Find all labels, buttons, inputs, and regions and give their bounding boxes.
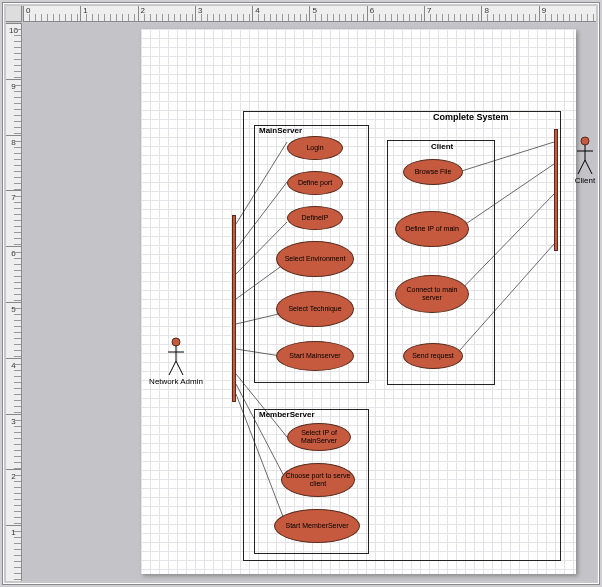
usecase-connect-main[interactable]: Connect to main server bbox=[395, 275, 469, 313]
ruler-v-unit: 5 bbox=[6, 302, 21, 358]
actor-client[interactable]: Client bbox=[560, 136, 602, 185]
usecase-browse-file[interactable]: Browse File bbox=[403, 159, 463, 185]
actor-icon bbox=[164, 337, 188, 377]
ruler-corner bbox=[6, 6, 22, 22]
association-bar-admin[interactable] bbox=[232, 215, 236, 402]
ruler-v-unit: 6 bbox=[6, 246, 21, 302]
usecase-select-tech[interactable]: Select Technique bbox=[276, 291, 354, 327]
usecase-start-main[interactable]: Start Mainserver bbox=[276, 341, 354, 371]
package-client-label: Client bbox=[431, 142, 453, 151]
actor-icon bbox=[573, 136, 597, 176]
app-frame: 0 1 2 3 4 5 6 7 8 9 10 9 8 7 6 5 4 3 2 1 bbox=[2, 2, 600, 585]
ruler-v-unit: 9 bbox=[6, 79, 21, 135]
ruler-h-unit: 8 bbox=[481, 6, 538, 21]
svg-line-16 bbox=[169, 361, 176, 375]
usecase-define-ip-main[interactable]: Define IP of main bbox=[395, 211, 469, 247]
system-boundary-label: Complete System bbox=[433, 112, 509, 122]
ruler-horizontal[interactable]: 0 1 2 3 4 5 6 7 8 9 bbox=[23, 6, 596, 22]
ruler-v-unit: 2 bbox=[6, 469, 21, 525]
ruler-h-unit: 5 bbox=[309, 6, 366, 21]
ruler-v-unit: 4 bbox=[6, 358, 21, 414]
ruler-v-unit: 7 bbox=[6, 190, 21, 246]
usecase-define-port[interactable]: Define port bbox=[287, 171, 343, 195]
svg-line-22 bbox=[585, 160, 592, 174]
usecase-select-ip-main[interactable]: Select IP of MainServer bbox=[287, 423, 351, 451]
ruler-v-unit: 1 bbox=[6, 525, 21, 581]
ruler-h-unit: 1 bbox=[80, 6, 137, 21]
package-mainserver-label: MainServer bbox=[259, 126, 302, 135]
usecase-define-ip[interactable]: DefineIP bbox=[287, 206, 343, 230]
ruler-h-unit: 2 bbox=[138, 6, 195, 21]
package-memberserver-label: MemberServer bbox=[259, 410, 315, 419]
ruler-vertical[interactable]: 10 9 8 7 6 5 4 3 2 1 bbox=[6, 23, 22, 581]
usecase-select-env[interactable]: Select Environment bbox=[276, 241, 354, 277]
usecase-choose-port[interactable]: Choose port to serve client bbox=[281, 463, 355, 497]
association-bar-client[interactable] bbox=[554, 129, 558, 251]
svg-point-18 bbox=[581, 137, 589, 145]
usecase-login[interactable]: Login bbox=[287, 136, 343, 160]
ruler-h-unit: 0 bbox=[23, 6, 80, 21]
svg-point-13 bbox=[172, 338, 180, 346]
ruler-h-unit: 3 bbox=[195, 6, 252, 21]
svg-line-21 bbox=[578, 160, 585, 174]
page[interactable]: Complete System MainServer Login Define … bbox=[141, 29, 576, 574]
ruler-v-unit: 8 bbox=[6, 135, 21, 191]
ruler-v-unit: 10 bbox=[6, 23, 21, 79]
ruler-h-unit: 9 bbox=[539, 6, 596, 21]
svg-line-17 bbox=[176, 361, 183, 375]
actor-label: Client bbox=[575, 176, 595, 185]
canvas-stage[interactable]: Complete System MainServer Login Define … bbox=[23, 23, 596, 581]
usecase-start-member[interactable]: Start MemberServer bbox=[274, 509, 360, 543]
ruler-h-unit: 6 bbox=[367, 6, 424, 21]
actor-label: Network Admin bbox=[149, 377, 203, 386]
usecase-send-request[interactable]: Send request bbox=[403, 343, 463, 369]
actor-network-admin[interactable]: Network Admin bbox=[151, 337, 201, 386]
ruler-v-unit: 3 bbox=[6, 414, 21, 470]
ruler-h-unit: 7 bbox=[424, 6, 481, 21]
ruler-h-unit: 4 bbox=[252, 6, 309, 21]
